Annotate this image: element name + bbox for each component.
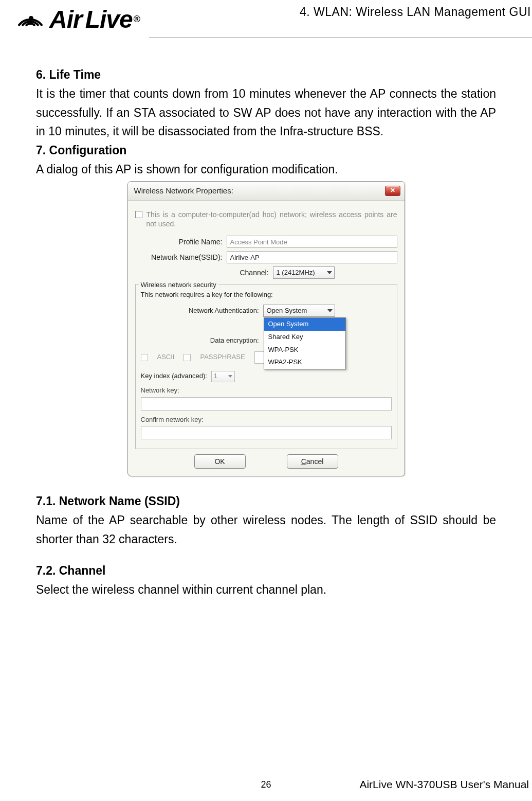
net-auth-value: Open System: [267, 306, 307, 316]
ssid-label: Network Name(SSID):: [135, 252, 223, 263]
security-legend: Wireless network security: [139, 280, 218, 291]
key-index-select[interactable]: 1: [211, 371, 235, 382]
cancel-label: Cancel: [301, 456, 324, 467]
section-7-1-text: Name of the AP searchable by other wirel…: [36, 511, 496, 549]
ok-button[interactable]: OK: [194, 454, 246, 469]
manual-title: AirLive WN-370USB User's Manual: [359, 778, 529, 791]
data-enc-label: Data encryption:: [141, 335, 259, 346]
page-header-title: 4. WLAN: Wireless LAN Management GUI: [300, 4, 531, 19]
net-auth-dropdown: Open System Shared Key WPA-PSK WPA2-PSK: [264, 317, 346, 369]
cancel-button[interactable]: Cancel: [287, 454, 338, 469]
network-key-input[interactable]: [141, 397, 392, 411]
chevron-down-icon: [327, 309, 333, 312]
net-auth-select[interactable]: Open System Open System Shared Key WPA-P…: [263, 305, 335, 317]
channel-value: 1 (2412MHz): [277, 268, 315, 278]
channel-label: Channel:: [135, 267, 269, 278]
adhoc-checkbox[interactable]: [135, 211, 142, 218]
channel-select[interactable]: 1 (2412MHz): [273, 266, 335, 279]
passphrase-checkbox[interactable]: [184, 354, 191, 361]
auth-option-wpa2-psk[interactable]: WPA2-PSK: [264, 356, 345, 369]
key-index-value: 1: [214, 371, 217, 381]
auth-option-wpa-psk[interactable]: WPA-PSK: [264, 344, 345, 357]
brand-logo: Air Live ®: [15, 4, 140, 34]
section-7-2-title: 7.2. Channel: [36, 561, 496, 580]
net-auth-label: Network Authentication:: [141, 306, 259, 316]
ascii-checkbox[interactable]: [141, 354, 148, 361]
section-7-text: A dialog of this AP is shown for configu…: [36, 160, 496, 179]
section-7-title: 7. Configuration: [36, 141, 496, 160]
section-6-text: It is the timer that counts down from 10…: [36, 84, 496, 141]
dialog-title: Wireless Network Properties:: [134, 185, 233, 197]
section-7-2-text: Select the wireless channel within curre…: [36, 580, 496, 599]
auth-option-open-system[interactable]: Open System: [264, 318, 345, 331]
network-key-label: Network key:: [141, 385, 392, 396]
logo-text-air: Air: [49, 5, 82, 33]
security-fieldset: Wireless network security This network r…: [135, 284, 397, 449]
ascii-label: ASCII: [157, 352, 175, 363]
section-7-1-title: 7.1. Network Name (SSID): [36, 492, 496, 511]
chevron-down-icon: [327, 271, 332, 274]
dialog-titlebar: Wireless Network Properties: ✕: [128, 182, 405, 201]
confirm-key-label: Confirm network key:: [141, 415, 392, 425]
section-6-title: 6. Life Time: [36, 65, 496, 84]
wireless-properties-dialog: Wireless Network Properties: ✕ This is a…: [127, 181, 405, 477]
profile-name-label: Profile Name:: [135, 236, 223, 247]
close-button[interactable]: ✕: [385, 186, 400, 196]
adhoc-description: This is a computer-to-computer(ad hoc) n…: [146, 210, 397, 228]
confirm-key-input[interactable]: [141, 426, 392, 439]
logo-text-live: Live: [85, 5, 133, 33]
passphrase-label: PASSPHRASE: [200, 352, 245, 363]
profile-name-input[interactable]: Access Point Mode: [227, 236, 397, 248]
security-note: This network requires a key for the foll…: [141, 290, 392, 300]
ssid-input[interactable]: Airlive-AP: [227, 251, 397, 263]
key-index-label: Key index (advanced):: [141, 371, 207, 382]
auth-option-shared-key[interactable]: Shared Key: [264, 331, 345, 344]
ok-label: OK: [214, 456, 225, 467]
chevron-down-icon: [228, 375, 232, 378]
registered-icon: ®: [134, 14, 140, 25]
wifi-arc-icon: [15, 4, 45, 34]
close-icon: ✕: [390, 186, 395, 195]
